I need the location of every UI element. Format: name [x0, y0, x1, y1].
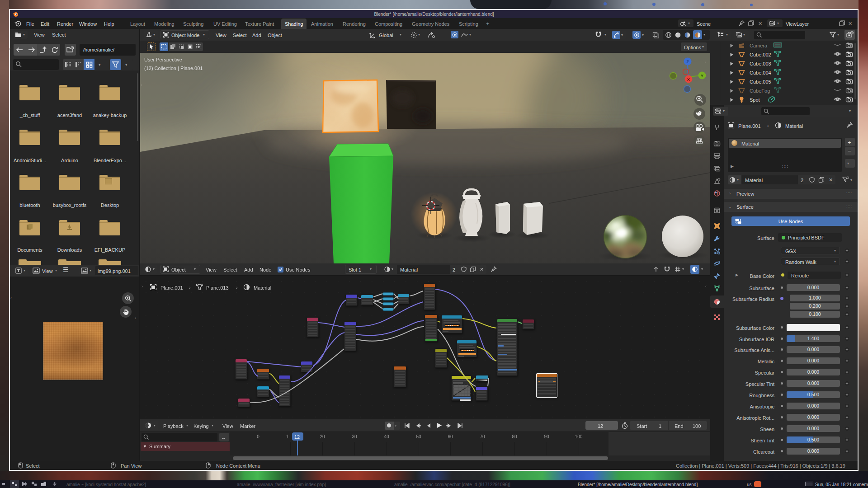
svg-text:Y: Y: [701, 74, 703, 78]
svg-text:‹: ‹: [705, 60, 706, 65]
svg-text:Z: Z: [686, 60, 689, 64]
svg-text:X: X: [687, 77, 690, 82]
